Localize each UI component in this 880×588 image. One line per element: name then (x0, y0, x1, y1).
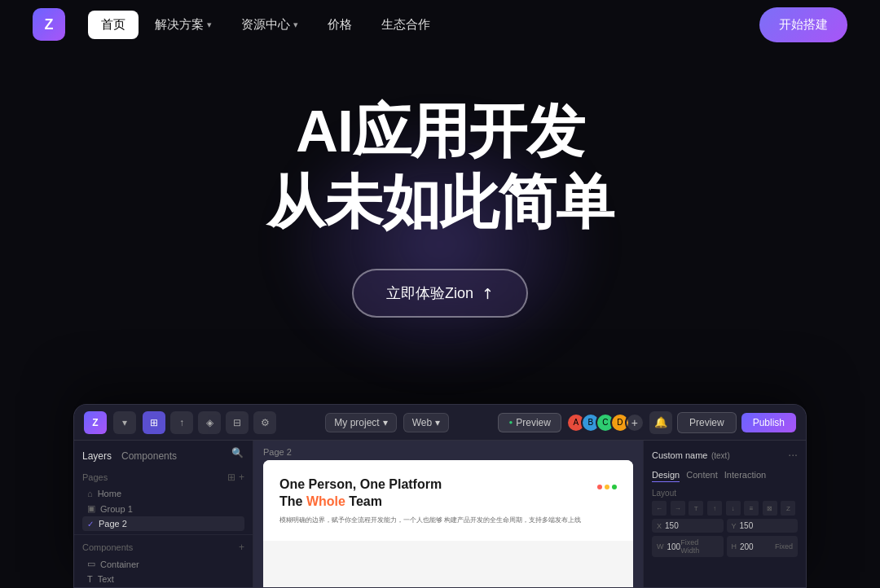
navbar: Z 首页 解决方案 ▾ 资源中心 ▾ 价格 生态合作 开始搭建 (0, 0, 880, 49)
nav-item-home[interactable]: 首页 (88, 11, 139, 39)
components-label: Components + (82, 542, 244, 553)
hero-cta: 立即体验Zion ↗ (352, 269, 528, 318)
hero-title-line1: AI应用开发 (296, 98, 584, 165)
logo-icon[interactable]: Z (33, 8, 65, 41)
prop-header: Custom name (text) ··· (652, 447, 798, 462)
layout-btn-7[interactable]: ⊠ (763, 501, 777, 516)
project-dropdown[interactable]: My project ▾ (325, 413, 396, 432)
hero-title-line2: 从未如此简单 (266, 169, 614, 236)
page-home-icon: ⌂ (87, 489, 93, 498)
canvas-title: One Person, One Platform The Whole Team (279, 476, 617, 511)
right-panel: Custom name (text) ··· Design Content In… (643, 441, 806, 587)
layout-btn-4[interactable]: ↑ (707, 501, 722, 516)
toolbar-left: Z ▾ ⊞ ↑ ◈ ⊟ ⚙ (84, 411, 276, 434)
publish-button[interactable]: Publish (741, 413, 796, 432)
pages-section: Pages ⊞ + ⌂ Home ▣ Group 1 ✓ Page 2 (74, 465, 253, 534)
toolbar-pin-icon[interactable]: ◈ (198, 411, 221, 434)
section-icons: ⊞ + (227, 472, 244, 483)
web-dropdown[interactable]: Web ▾ (403, 413, 449, 432)
hero-section: AI应用开发 从未如此简单 立即体验Zion ↗ (0, 49, 880, 350)
components-section: Components + ▭ Container T Text (74, 534, 253, 588)
toolbar-share-icon[interactable]: ↑ (170, 411, 193, 434)
main-canvas[interactable]: Page 2 One Person, One Platform The Whol… (253, 441, 643, 587)
add-icon[interactable]: ⊞ (227, 472, 235, 483)
layout-label: Layout (652, 489, 798, 498)
page-item-home[interactable]: ⌂ Home (82, 486, 244, 501)
add-component-icon[interactable]: + (239, 542, 244, 553)
chevron-down-icon: ▾ (207, 20, 212, 30)
layout-btn-5[interactable]: ↓ (726, 501, 741, 516)
preview-button[interactable]: Preview (677, 412, 737, 433)
layout-btn-1[interactable]: ← (652, 501, 667, 516)
prop-tab-content[interactable]: Content (686, 468, 718, 482)
canvas-window-controls (597, 485, 617, 489)
avatar-group: A B C D + (566, 413, 645, 432)
canvas-content: One Person, One Platform The Whole Team … (263, 460, 633, 587)
toolbar-icons: ⊞ ↑ ◈ ⊟ ⚙ (143, 411, 276, 434)
bell-icon: 🔔 (654, 416, 667, 428)
h-field[interactable]: H 200 Fixed (727, 536, 799, 557)
canvas-inner: One Person, One Platform The Whole Team … (263, 460, 633, 541)
nav-item-ecosystem[interactable]: 生态合作 (368, 11, 443, 39)
layout-btn-3[interactable]: T (689, 501, 703, 516)
panel-tabs: Layers Components 🔍 (74, 441, 253, 465)
toolbar-right: ● Preview A B C D + 🔔 Preview Publish (498, 411, 796, 434)
wh-controls: W 100 Fixed Width H 200 Fixed (652, 536, 798, 557)
tab-layers[interactable]: Layers (82, 447, 112, 465)
toolbar-dropdown-icon[interactable]: ▾ (113, 411, 136, 434)
chevron-icon: ▾ (435, 417, 440, 428)
canvas-page-label: Page 2 (263, 447, 292, 457)
container-icon: ▭ (87, 559, 95, 569)
nav-item-pricing[interactable]: 价格 (315, 11, 365, 39)
comp-container[interactable]: ▭ Container (82, 556, 244, 572)
dot-yellow (605, 485, 609, 489)
layout-btn-6[interactable]: ≡ (744, 501, 759, 516)
pages-label: Pages ⊞ + (82, 472, 244, 483)
w-field[interactable]: W 100 Fixed Width (652, 536, 724, 557)
comp-text[interactable]: T Text (82, 572, 244, 586)
app-toolbar: Z ▾ ⊞ ↑ ◈ ⊟ ⚙ My project ▾ Web ▾ ● (74, 405, 806, 441)
toolbar-center: My project ▾ Web ▾ (325, 413, 449, 432)
xy-controls: X 150 Y 150 (652, 519, 798, 533)
notification-button[interactable]: 🔔 (649, 411, 672, 434)
canvas-description: 模糊明确的边界，赋予你全流程开发能力，一个人也能够 构建产品开发的全生命周期，支… (279, 516, 617, 524)
toolbar-layout-icon[interactable]: ⊟ (226, 411, 249, 434)
group-icon: ▣ (87, 503, 95, 514)
prop-tab-design[interactable]: Design (652, 468, 680, 482)
chevron-down-icon: ▾ (293, 20, 298, 30)
nav-links: 首页 解决方案 ▾ 资源中心 ▾ 价格 生态合作 (88, 11, 443, 39)
toolbar-logo[interactable]: Z (84, 411, 107, 434)
toolbar-layers-icon[interactable]: ⊞ (143, 411, 165, 434)
x-field[interactable]: X 150 (652, 519, 724, 533)
left-panel: Layers Components 🔍 Pages ⊞ + ⌂ Home (74, 441, 253, 587)
y-field[interactable]: Y 150 (727, 519, 799, 533)
app-body: Layers Components 🔍 Pages ⊞ + ⌂ Home (74, 441, 806, 587)
toolbar-settings-icon[interactable]: ⚙ (253, 411, 276, 434)
nav-item-solutions[interactable]: 解决方案 ▾ (142, 11, 225, 39)
arrow-icon: ↗ (477, 283, 498, 304)
add-collaborator-button[interactable]: + (625, 413, 645, 432)
chevron-icon: ▾ (383, 417, 388, 428)
dot-green (612, 485, 617, 489)
layout-section: Layout ← → T ↑ ↓ ≡ ⊠ Z X 150 (652, 489, 798, 557)
layout-controls: ← → T ↑ ↓ ≡ ⊠ Z (652, 501, 798, 516)
dot-red (597, 485, 602, 489)
prop-options-icon[interactable]: ··· (788, 448, 798, 461)
layout-btn-2[interactable]: → (671, 501, 685, 516)
try-zion-button[interactable]: 立即体验Zion ↗ (352, 269, 528, 318)
start-building-button[interactable]: 开始搭建 (759, 7, 847, 42)
page-item-group1[interactable]: ▣ Group 1 (82, 501, 244, 516)
prop-tab-interaction[interactable]: Interaction (724, 468, 766, 482)
search-icon[interactable]: 🔍 (231, 447, 244, 460)
nav-item-resources[interactable]: 资源中心 ▾ (228, 11, 311, 39)
canvas-highlight: Whole (306, 494, 345, 508)
prop-tabs: Design Content Interaction (652, 468, 798, 482)
tab-components[interactable]: Components (121, 447, 177, 465)
nav-left: Z 首页 解决方案 ▾ 资源中心 ▾ 价格 生态合作 (33, 8, 443, 41)
app-preview: Z ▾ ⊞ ↑ ◈ ⊟ ⚙ My project ▾ Web ▾ ● (73, 404, 807, 588)
check-icon: ✓ (87, 520, 94, 529)
layout-btn-8[interactable]: Z (781, 501, 795, 516)
plus-icon[interactable]: + (239, 472, 244, 483)
preview-indicator: ● Preview (498, 413, 561, 432)
page-item-page2[interactable]: ✓ Page 2 (82, 516, 244, 531)
